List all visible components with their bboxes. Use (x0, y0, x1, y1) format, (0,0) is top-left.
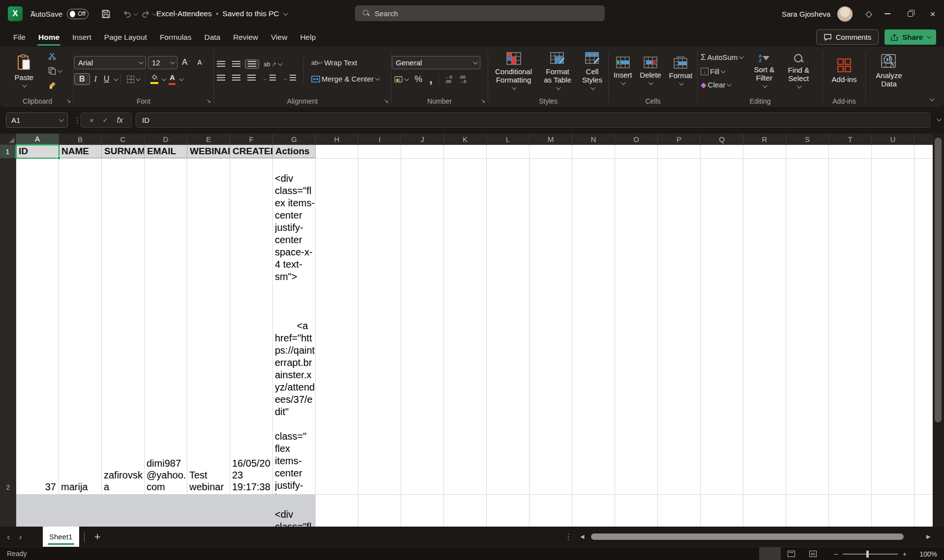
customize-quick-access-icon[interactable] (30, 0, 35, 28)
document-title[interactable]: Excel-Attendees • Saved to this PC (156, 0, 287, 28)
clear-button[interactable]: ◆ Clear (698, 80, 745, 90)
cell-r1-actions[interactable]: Actions (273, 145, 316, 158)
row-header-1[interactable]: 1 (0, 145, 16, 158)
cell-d2[interactable]: dimi987 @yahoo. com (147, 158, 187, 494)
add-ins-button[interactable]: Add-ins (828, 57, 860, 84)
insert-function-icon[interactable]: fx (117, 116, 123, 125)
tab-formulas[interactable]: Formulas (153, 28, 198, 47)
cell-c2[interactable]: zafirovsk a (104, 158, 144, 494)
cell-r1-name[interactable]: NAME (59, 145, 102, 158)
comma-style-button[interactable]: , (427, 76, 435, 83)
copy-button[interactable] (46, 66, 63, 76)
tab-file[interactable]: File (7, 28, 32, 47)
cell-r1-email[interactable]: EMAIL (145, 145, 187, 158)
column-header-I[interactable]: I (358, 134, 401, 145)
increase-indent-button[interactable]: → (280, 74, 298, 82)
column-header-D[interactable]: D (145, 134, 187, 145)
fill-color-button[interactable] (149, 73, 160, 85)
fill-button[interactable]: ↓ Fill (698, 66, 745, 77)
sheet-tab-sheet1[interactable]: Sheet1 (43, 527, 79, 547)
zoom-in-button[interactable]: + (903, 550, 907, 558)
delete-cells-button[interactable]: Delete (636, 56, 664, 86)
column-header-S[interactable]: S (786, 134, 829, 145)
share-button[interactable]: Share (885, 29, 936, 45)
column-header-O[interactable]: O (615, 134, 658, 145)
zoom-slider[interactable] (843, 554, 898, 555)
font-name-select[interactable]: Arial (74, 56, 146, 69)
align-top-button[interactable] (214, 60, 228, 68)
cell-r1-surname[interactable]: SURNAME (102, 145, 145, 158)
tab-home[interactable]: Home (32, 28, 66, 47)
user-name[interactable]: Sara Gjosheva (782, 10, 830, 18)
horizontal-scrollbar[interactable] (590, 533, 922, 540)
align-center-button[interactable] (230, 74, 243, 82)
search-input[interactable]: Search (355, 5, 605, 21)
paste-button[interactable]: Paste (11, 53, 37, 88)
column-header-R[interactable]: R (743, 134, 786, 145)
autosum-button[interactable]: Σ AutoSum (698, 52, 745, 63)
borders-button[interactable] (124, 75, 142, 84)
zoom-slider-handle[interactable] (866, 551, 869, 558)
cell-r1-id[interactable]: ID (16, 145, 59, 158)
zoom-out-button[interactable]: − (834, 550, 838, 558)
font-size-select[interactable]: 12 (148, 56, 177, 69)
decrease-indent-button[interactable]: ← (260, 74, 278, 82)
save-icon[interactable] (101, 9, 111, 19)
expand-formula-bar-icon[interactable] (937, 116, 942, 121)
undo-button[interactable] (122, 9, 137, 19)
tab-insert[interactable]: Insert (66, 28, 98, 47)
find-select-button[interactable]: Find & Select (783, 53, 814, 89)
column-header-G[interactable]: G (273, 134, 316, 145)
page-break-view-button[interactable] (802, 547, 824, 560)
normal-view-button[interactable] (759, 547, 781, 560)
insert-cells-button[interactable]: Insert (610, 56, 636, 86)
italic-button[interactable]: I (92, 74, 99, 84)
bold-button[interactable]: B (74, 73, 90, 85)
column-header-T[interactable]: T (829, 134, 872, 145)
align-middle-button[interactable] (230, 60, 243, 68)
column-header-L[interactable]: L (487, 134, 530, 145)
analyze-data-button[interactable]: Analyze Data (866, 53, 912, 89)
cell-e2[interactable]: Test webinar (189, 158, 230, 494)
cell-g3[interactable]: <div class="fl ex items- center (275, 494, 315, 527)
comments-button[interactable]: Comments (816, 29, 879, 45)
cut-button[interactable] (46, 52, 63, 61)
cell-a2[interactable]: 37 (17, 158, 58, 494)
column-header-E[interactable]: E (187, 134, 230, 145)
orientation-button[interactable]: ab↗ (261, 60, 284, 69)
column-header-N[interactable]: N (572, 134, 615, 145)
tab-data[interactable]: Data (198, 28, 227, 47)
column-header-B[interactable]: B (59, 134, 102, 145)
cell-styles-button[interactable]: Cell Styles (578, 51, 607, 91)
new-sheet-button[interactable]: + (85, 531, 111, 543)
wrap-text-button[interactable]: ab↩ Wrap Text (309, 57, 381, 68)
page-layout-view-button[interactable] (781, 547, 802, 560)
previous-sheet-icon[interactable]: ‹ (0, 532, 17, 542)
column-header-M[interactable]: M (530, 134, 572, 145)
column-header-K[interactable]: K (444, 134, 487, 145)
confirm-entry-icon[interactable]: ✓ (103, 116, 108, 124)
tab-review[interactable]: Review (227, 28, 265, 47)
row-header-2[interactable]: 2 (0, 481, 16, 494)
select-all-button[interactable] (0, 134, 16, 145)
column-header-Q[interactable]: Q (701, 134, 743, 145)
redo-button[interactable] (141, 9, 155, 19)
clipboard-dialog-launcher[interactable]: ↘ (66, 98, 71, 104)
increase-decimal-button[interactable]: ←0 .00 (442, 74, 455, 84)
format-cells-button[interactable]: Format (666, 55, 696, 86)
percent-style-button[interactable]: % (412, 73, 425, 85)
next-sheet-icon[interactable]: › (17, 532, 29, 542)
horizontal-scrollbar-thumb[interactable] (591, 533, 904, 540)
column-header-H[interactable]: H (316, 134, 358, 145)
decrease-decimal-button[interactable]: .00 →0 (456, 74, 469, 84)
tab-help[interactable]: Help (294, 28, 322, 47)
cell-b2[interactable]: marija (61, 158, 101, 494)
restore-button[interactable] (899, 0, 921, 28)
minimize-button[interactable] (876, 0, 899, 28)
name-box[interactable]: A1 (6, 112, 68, 128)
cell-g2[interactable]: <div class="fl ex items- center justify-… (275, 158, 315, 494)
tab-options-icon[interactable]: ⋮ (564, 532, 572, 541)
zoom-level[interactable]: 100% (914, 550, 937, 558)
cell-r1-webinar[interactable]: WEBINAR (187, 145, 230, 158)
accounting-format-button[interactable] (392, 75, 410, 84)
